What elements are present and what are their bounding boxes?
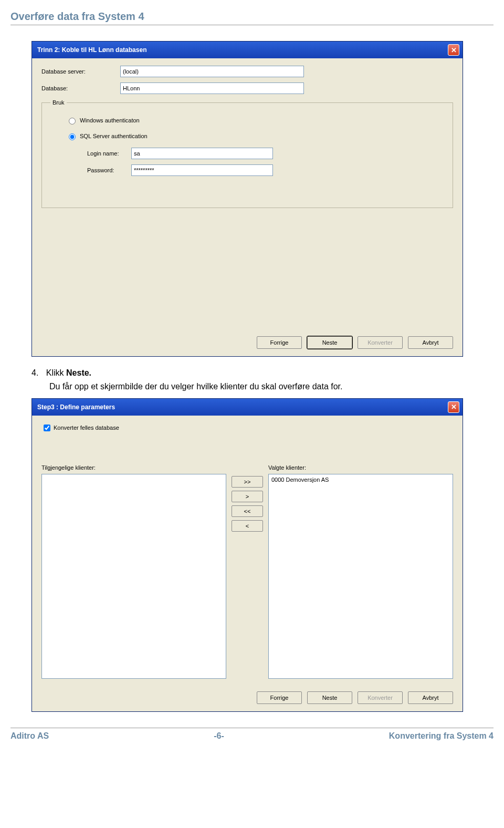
lists-area: Tilgjengelige klienter: >> > << < Valgte… bbox=[41, 464, 453, 679]
dialog-body-step2: Database server: Database: Bruk Windows … bbox=[32, 58, 463, 331]
move-buttons: >> > << < bbox=[232, 476, 263, 532]
instruction-text-a: Klikk bbox=[46, 368, 66, 377]
titlebar-step2: Trinn 2: Koble til HL Lønn databasen ✕ bbox=[32, 42, 463, 58]
instruction-line2: Du får opp et skjermbilde der du velger … bbox=[49, 381, 494, 392]
db-label: Database: bbox=[41, 85, 120, 91]
instruction-number: 4. bbox=[32, 368, 38, 377]
footer-right: Konvertering fra System 4 bbox=[389, 731, 494, 741]
radio-windows-label: Windows authenticaton bbox=[80, 117, 140, 123]
login-input[interactable] bbox=[131, 148, 273, 159]
db-server-label: Database server: bbox=[41, 68, 120, 75]
auth-fieldset: Bruk Windows authenticaton SQL Server au… bbox=[41, 99, 453, 208]
password-label: Password: bbox=[87, 167, 131, 173]
prev-button[interactable]: Forrige bbox=[257, 336, 302, 349]
title-text: Trinn 2: Koble til HL Lønn databasen bbox=[37, 46, 146, 54]
dialog-step2: Trinn 2: Koble til HL Lønn databasen ✕ D… bbox=[32, 41, 463, 357]
move-right-button[interactable]: > bbox=[232, 491, 263, 502]
button-bar-step3: Forrige Neste Konverter Avbryt bbox=[32, 686, 463, 711]
list-item[interactable]: 0000 Demoversjon AS bbox=[270, 476, 451, 483]
convert-button: Konverter bbox=[358, 336, 403, 349]
move-all-left-button[interactable]: << bbox=[232, 505, 263, 517]
cancel-button[interactable]: Avbryt bbox=[408, 336, 453, 349]
password-input[interactable] bbox=[131, 164, 273, 176]
available-label: Tilgjengelige klienter: bbox=[41, 464, 226, 471]
fieldset-legend: Bruk bbox=[50, 99, 67, 106]
dialog-body-step3: Konverter felles database Tilgjengelige … bbox=[32, 416, 463, 686]
titlebar-step3: Step3 : Define parameters ✕ bbox=[32, 399, 463, 416]
title-text-step3: Step3 : Define parameters bbox=[37, 403, 115, 411]
button-bar-step2: Forrige Neste Konverter Avbryt bbox=[32, 331, 463, 356]
next-button[interactable]: Neste bbox=[307, 336, 352, 349]
selected-label: Valgte klienter: bbox=[268, 464, 453, 471]
footer-center: -6- bbox=[214, 731, 224, 741]
radio-windows-auth[interactable] bbox=[69, 118, 76, 125]
move-left-button[interactable]: < bbox=[232, 520, 263, 532]
instruction-bold: Neste. bbox=[66, 368, 91, 377]
radio-sql-label: SQL Server authentication bbox=[80, 133, 148, 139]
convert-button: Konverter bbox=[358, 691, 403, 704]
move-all-right-button[interactable]: >> bbox=[232, 476, 263, 488]
convert-shared-checkbox[interactable] bbox=[44, 425, 50, 431]
page-footer: Aditro AS -6- Konvertering fra System 4 bbox=[10, 728, 494, 741]
selected-listbox[interactable]: 0000 Demoversjon AS bbox=[268, 474, 453, 679]
convert-shared-label: Konverter felles database bbox=[54, 425, 119, 431]
next-button[interactable]: Neste bbox=[307, 691, 352, 704]
available-listbox[interactable] bbox=[41, 474, 226, 679]
db-input[interactable] bbox=[120, 82, 304, 94]
page-header: Overføre data fra System 4 bbox=[10, 11, 494, 25]
login-label: Login name: bbox=[87, 150, 131, 157]
close-icon[interactable]: ✕ bbox=[448, 401, 459, 413]
instruction-line1: 4. Klikk Neste. bbox=[32, 367, 494, 379]
footer-left: Aditro AS bbox=[10, 731, 49, 741]
prev-button[interactable]: Forrige bbox=[257, 691, 302, 704]
close-icon[interactable]: ✕ bbox=[448, 44, 459, 56]
db-server-input[interactable] bbox=[120, 66, 304, 77]
cancel-button[interactable]: Avbryt bbox=[408, 691, 453, 704]
dialog-step3: Step3 : Define parameters ✕ Konverter fe… bbox=[32, 398, 463, 712]
radio-sql-auth[interactable] bbox=[69, 133, 76, 140]
